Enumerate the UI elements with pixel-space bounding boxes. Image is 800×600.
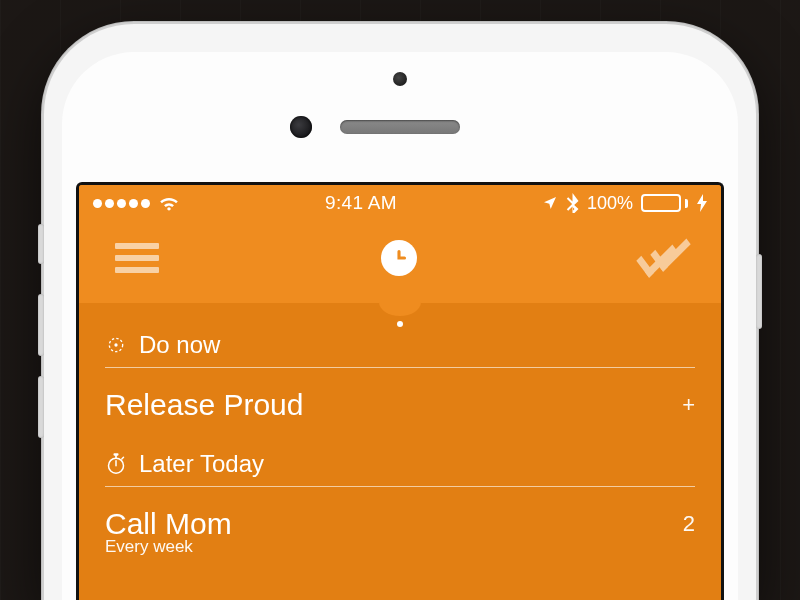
now-tab[interactable] bbox=[381, 240, 417, 276]
proximity-sensor bbox=[393, 72, 407, 86]
task-title: Call Mom bbox=[105, 507, 232, 541]
task-add-icon[interactable]: + bbox=[682, 392, 695, 418]
target-icon bbox=[105, 334, 127, 356]
stopwatch-icon bbox=[105, 453, 127, 475]
status-time: 9:41 AM bbox=[325, 192, 397, 214]
task-count-badge: 2 bbox=[683, 511, 695, 537]
task-row[interactable]: Call Mom 2 bbox=[105, 487, 695, 543]
section-later-today: Later Today bbox=[105, 446, 695, 487]
section-label: Do now bbox=[139, 331, 220, 359]
task-title: Release Proud bbox=[105, 388, 303, 422]
task-subtitle: Every week bbox=[105, 537, 695, 565]
volume-down-button[interactable] bbox=[38, 376, 44, 438]
screen: 9:41 AM 100% bbox=[76, 182, 724, 600]
phone-frame: 9:41 AM 100% bbox=[44, 24, 756, 600]
status-bar: 9:41 AM 100% bbox=[79, 185, 721, 221]
svg-point-2 bbox=[114, 343, 117, 346]
front-camera bbox=[290, 116, 312, 138]
volume-up-button[interactable] bbox=[38, 294, 44, 356]
battery-icon bbox=[641, 194, 688, 212]
section-do-now: Do now bbox=[105, 327, 695, 368]
wifi-icon bbox=[158, 195, 180, 211]
bluetooth-icon bbox=[566, 193, 579, 213]
section-label: Later Today bbox=[139, 450, 264, 478]
mute-switch[interactable] bbox=[38, 224, 44, 264]
top-nav bbox=[79, 221, 721, 303]
cell-signal-icon bbox=[93, 199, 150, 208]
power-button[interactable] bbox=[756, 254, 762, 329]
charging-icon bbox=[697, 194, 707, 212]
earpiece-row bbox=[76, 116, 724, 138]
menu-button[interactable] bbox=[115, 243, 159, 273]
earpiece-speaker bbox=[340, 120, 460, 134]
nav-indicator-dot bbox=[397, 321, 403, 327]
battery-percent: 100% bbox=[587, 193, 633, 214]
task-row[interactable]: Release Proud + bbox=[105, 368, 695, 436]
location-icon bbox=[542, 195, 558, 211]
task-list[interactable]: Do now Release Proud + bbox=[79, 303, 721, 565]
phone-bezel: 9:41 AM 100% bbox=[62, 52, 738, 600]
clock-icon bbox=[388, 247, 410, 269]
completed-tab[interactable] bbox=[639, 243, 685, 273]
